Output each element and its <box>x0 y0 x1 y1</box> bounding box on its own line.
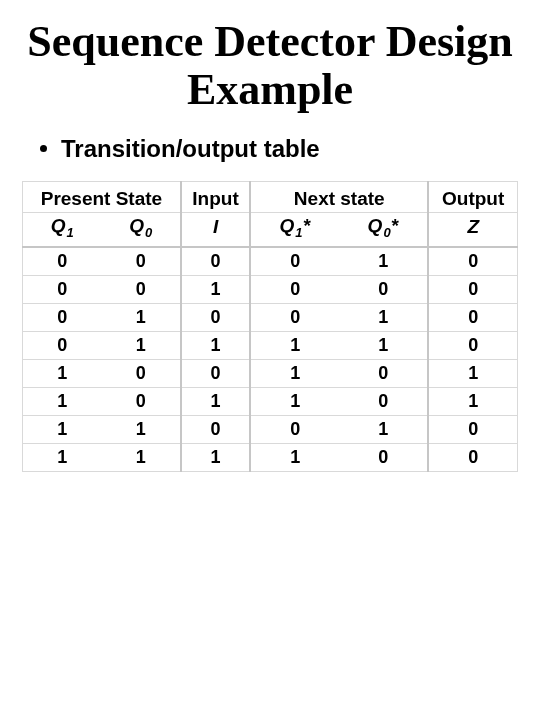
table-cell: 1 <box>339 247 428 276</box>
table-cell: 0 <box>428 275 517 303</box>
table-row: 000010 <box>23 247 518 276</box>
table-cell: 1 <box>250 443 339 471</box>
table-cell: 0 <box>428 415 517 443</box>
col-header: Q0* <box>339 212 428 246</box>
table-cell: 0 <box>339 275 428 303</box>
table-cell: 1 <box>181 275 250 303</box>
th-input: Input <box>181 181 250 212</box>
table-cell: 1 <box>23 415 102 443</box>
bullet-text: Transition/output table <box>61 135 320 163</box>
table-cell: 0 <box>181 303 250 331</box>
table-cell: 1 <box>102 303 181 331</box>
table-cell: 0 <box>428 331 517 359</box>
table-cell: 1 <box>428 359 517 387</box>
page-title: Sequence Detector Design Example <box>18 18 522 115</box>
table-cell: 1 <box>428 387 517 415</box>
table-cell: 1 <box>339 331 428 359</box>
th-output: Output <box>428 181 517 212</box>
table-cell: 0 <box>250 275 339 303</box>
col-header: Q0 <box>102 212 181 246</box>
table-cell: 0 <box>250 303 339 331</box>
table-cell: 0 <box>23 275 102 303</box>
table-cell: 0 <box>23 331 102 359</box>
table-cell: 1 <box>250 331 339 359</box>
table-row: 110010 <box>23 415 518 443</box>
table-cell: 1 <box>250 359 339 387</box>
th-present-state: Present State <box>23 181 181 212</box>
table-cell: 0 <box>339 443 428 471</box>
table-cell: 1 <box>23 443 102 471</box>
th-next-state: Next state <box>250 181 428 212</box>
table-cell: 0 <box>102 275 181 303</box>
table-row: 101101 <box>23 387 518 415</box>
table-cell: 0 <box>102 359 181 387</box>
col-header: Z <box>428 212 517 246</box>
table-cell: 0 <box>23 303 102 331</box>
table-cell: 1 <box>339 415 428 443</box>
table-cell: 1 <box>181 387 250 415</box>
table-cell: 1 <box>102 331 181 359</box>
table-cell: 1 <box>102 415 181 443</box>
table-cell: 0 <box>428 443 517 471</box>
col-header: Q1* <box>250 212 339 246</box>
table-cell: 0 <box>339 387 428 415</box>
table-cell: 1 <box>181 331 250 359</box>
table-row: 001000 <box>23 275 518 303</box>
col-header: Q1 <box>23 212 102 246</box>
table-cell: 1 <box>102 443 181 471</box>
table-cell: 1 <box>250 387 339 415</box>
bullet-dot-icon <box>40 145 47 152</box>
table-cell: 0 <box>181 247 250 276</box>
table-cell: 1 <box>181 443 250 471</box>
table-row: 010010 <box>23 303 518 331</box>
table-cell: 0 <box>181 415 250 443</box>
table-row: 111100 <box>23 443 518 471</box>
table-cell: 1 <box>339 303 428 331</box>
table-cell: 0 <box>250 247 339 276</box>
table-cell: 1 <box>23 359 102 387</box>
table-cell: 0 <box>181 359 250 387</box>
transition-table: Present State Input Next state Output Q1… <box>22 181 518 472</box>
table-cell: 0 <box>428 303 517 331</box>
table-cell: 0 <box>428 247 517 276</box>
table-cell: 0 <box>102 387 181 415</box>
table-cell: 0 <box>250 415 339 443</box>
table-cell: 1 <box>23 387 102 415</box>
table-cell: 0 <box>102 247 181 276</box>
table-cell: 0 <box>339 359 428 387</box>
table-cell: 0 <box>23 247 102 276</box>
col-header: I <box>181 212 250 246</box>
table-row: 100101 <box>23 359 518 387</box>
bullet-item: Transition/output table <box>40 135 522 163</box>
table-row: 011110 <box>23 331 518 359</box>
